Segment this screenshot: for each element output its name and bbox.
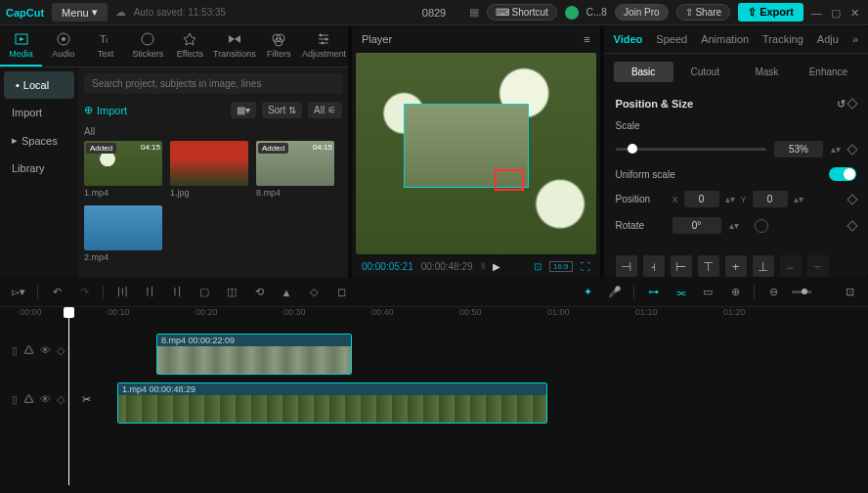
rotate-button[interactable]: ◇	[305, 284, 323, 301]
undo-button[interactable]: ↶	[48, 284, 65, 301]
rtab-tracking[interactable]: Tracking	[762, 33, 803, 45]
scale-icon[interactable]: ⊡	[534, 261, 542, 272]
track-lock-icon[interactable]: ▯	[12, 344, 18, 357]
track-more-icon[interactable]: ◇	[57, 393, 65, 406]
rtab-adjust[interactable]: Adju	[817, 33, 839, 45]
zoom-slider[interactable]	[792, 291, 811, 293]
align-right-button[interactable]: ⊢	[671, 255, 692, 277]
track-lock-icon[interactable]: ▯	[12, 393, 18, 406]
redo-button[interactable]: ↷	[75, 284, 93, 301]
reset-icon[interactable]: ↺	[837, 98, 846, 110]
cut-tool-icon[interactable]: ✂	[82, 393, 91, 406]
keyframe-pos[interactable]	[846, 194, 857, 204]
track-more-icon[interactable]: ◇	[57, 344, 65, 357]
import-button[interactable]: ⊕ Import	[84, 104, 127, 116]
tab-stickers[interactable]: Stickers	[127, 25, 169, 67]
tab-audio[interactable]: Audio	[42, 25, 84, 67]
grid-icon[interactable]: ▦	[469, 6, 479, 19]
mirror-button[interactable]: ▲	[278, 284, 295, 301]
split-button[interactable]: 〣	[113, 284, 131, 301]
zoom-in-button[interactable]: ⊡	[841, 284, 858, 301]
subtab-mask[interactable]: Mask	[737, 62, 797, 82]
stepper-icon[interactable]: ▴▾	[831, 144, 841, 155]
mic-button[interactable]: 🎤	[606, 284, 624, 301]
dist-v-button[interactable]: ⫟	[807, 255, 829, 277]
tab-media[interactable]: Media	[0, 25, 42, 67]
media-thumb[interactable]: 2.mp4	[84, 205, 162, 262]
reverse-button[interactable]: ⟲	[250, 284, 268, 301]
crop2-button[interactable]: ◻	[332, 284, 350, 301]
subtab-cutout[interactable]: Cutout	[675, 62, 735, 82]
timeline-clip[interactable]: 8.mp4 00:00:22:09	[156, 334, 352, 375]
snap-button[interactable]: ⊶	[644, 284, 662, 301]
crop-button[interactable]: ◫	[223, 284, 240, 301]
view-grid-button[interactable]: ▦▾	[231, 102, 256, 118]
uniform-toggle[interactable]	[829, 167, 856, 181]
resize-handle[interactable]	[495, 169, 524, 191]
player-menu-icon[interactable]: ≡	[584, 33, 589, 45]
stepper-icon[interactable]: ▴▾	[725, 194, 735, 204]
maximize-icon[interactable]: ▢	[831, 7, 843, 19]
pos-y-input[interactable]	[753, 191, 788, 207]
ratio-button[interactable]: 16:9	[549, 261, 573, 272]
tab-effects[interactable]: Effects	[169, 25, 211, 67]
scale-slider[interactable]	[616, 148, 766, 151]
align-hcenter-button[interactable]: ⫞	[643, 255, 665, 277]
keyframe-scale[interactable]	[846, 144, 857, 155]
scale-input[interactable]	[774, 141, 823, 157]
rtab-video[interactable]: Video	[614, 33, 643, 45]
more-tabs-icon[interactable]: »	[852, 33, 858, 45]
track-mute-icon[interactable]: 🛆	[23, 393, 34, 406]
filter-all-button[interactable]: All ⚟	[308, 102, 342, 118]
shortcut-button[interactable]: ⌨ Shortcut	[487, 4, 557, 21]
user-avatar[interactable]	[565, 6, 579, 20]
minimize-icon[interactable]: —	[811, 7, 823, 19]
timeline-clip[interactable]: 1.mp4 00:00:48:29	[117, 382, 547, 424]
tab-text[interactable]: TIText	[84, 25, 126, 67]
track-mute-icon[interactable]: 🛆	[23, 344, 34, 357]
sidebar-item-local[interactable]: • Local	[4, 71, 74, 99]
tab-transitions[interactable]: Transitions	[211, 25, 258, 67]
track-hide-icon[interactable]: 👁	[40, 344, 51, 357]
sidebar-item-spaces[interactable]: ▸ Spaces	[0, 126, 78, 155]
playhead[interactable]	[68, 307, 69, 485]
media-thumb[interactable]: Added04:15 1.mp4	[84, 141, 162, 198]
marker-button[interactable]: ⊕	[726, 284, 744, 301]
compare-icon[interactable]: ⦀	[481, 260, 485, 272]
play-button[interactable]: ▶	[493, 261, 500, 272]
menu-button[interactable]: Menu ▾	[52, 3, 108, 22]
rtab-animation[interactable]: Animation	[701, 33, 749, 45]
subtab-basic[interactable]: Basic	[614, 62, 673, 82]
tab-adjustment[interactable]: Adjustment	[300, 25, 348, 67]
link-button[interactable]: ⫘	[672, 284, 689, 301]
trim-right-button[interactable]: 〢	[168, 284, 186, 301]
magic-button[interactable]: ✦	[579, 284, 596, 301]
trim-left-button[interactable]: 〢	[141, 284, 158, 301]
timeline-track[interactable]: ▯🛆👁◇ 8.mp4 00:00:22:09	[98, 331, 868, 378]
timeline-ruler[interactable]: 00:00 00:10 00:20 00:30 00:40 00:50 01:0…	[0, 307, 868, 331]
rotate-input[interactable]	[673, 217, 721, 234]
align-left-button[interactable]: ⊣	[616, 255, 637, 277]
stepper-icon[interactable]: ▴▾	[794, 194, 803, 204]
rtab-speed[interactable]: Speed	[656, 33, 687, 45]
search-input[interactable]	[84, 73, 342, 94]
dist-h-button[interactable]: ⫠	[780, 255, 802, 277]
subtab-enhance[interactable]: Enhance	[799, 62, 858, 82]
rotate-dial-icon[interactable]	[755, 219, 768, 233]
tab-filters[interactable]: Filters	[258, 25, 300, 67]
zoom-out-button[interactable]: ⊖	[764, 284, 782, 301]
fullscreen-icon[interactable]: ⛶	[581, 261, 590, 272]
delete-button[interactable]: ▢	[195, 284, 213, 301]
track-hide-icon[interactable]: 👁	[40, 393, 51, 406]
keyframe-rotate[interactable]	[846, 220, 857, 231]
preview-button[interactable]: ▭	[699, 284, 716, 301]
pos-x-input[interactable]	[684, 191, 719, 207]
close-icon[interactable]: ✕	[850, 7, 862, 19]
cursor-tool[interactable]: ▻▾	[10, 284, 27, 301]
join-pro-button[interactable]: Join Pro	[615, 4, 669, 21]
player-canvas[interactable]	[356, 53, 596, 254]
export-button[interactable]: ⇧ Export	[738, 3, 803, 22]
timeline-track[interactable]: ▯🛆👁◇ ✂ 1.mp4 00:00:48:29	[98, 380, 868, 426]
share-button[interactable]: ⇧ Share	[676, 4, 730, 21]
sidebar-item-import[interactable]: Import	[0, 99, 78, 126]
